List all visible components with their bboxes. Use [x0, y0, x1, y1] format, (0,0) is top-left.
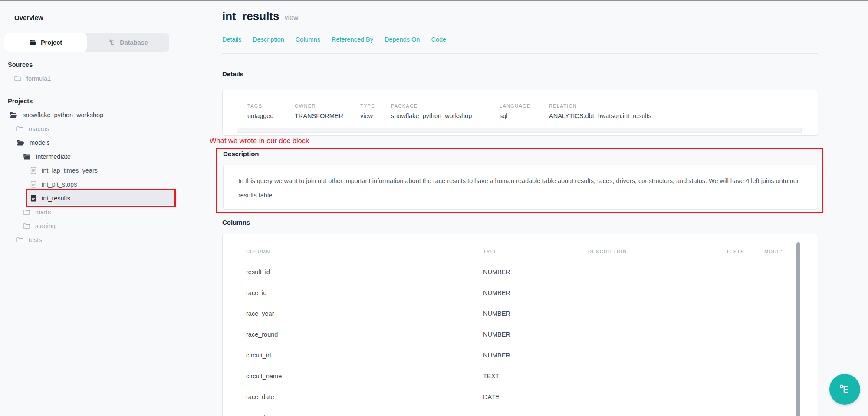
- toggle-database-label: Database: [120, 39, 148, 46]
- page-title: int_results: [222, 10, 279, 23]
- tab-details[interactable]: Details: [222, 36, 241, 43]
- columns-table: COLUMN TYPE DESCRIPTION TESTS MORE? resu…: [223, 234, 818, 416]
- folder-icon: [23, 209, 30, 215]
- field-type: TYPE view: [360, 103, 391, 119]
- column-header: COLUMN: [246, 249, 483, 254]
- field-label: TAGS: [247, 103, 295, 108]
- folder-icon: [14, 75, 21, 82]
- sources-heading: Sources: [8, 61, 33, 68]
- sidebar-item-int-results[interactable]: int_results: [0, 191, 182, 205]
- tree-item-label: int_results: [42, 195, 70, 202]
- sidebar: Overview Project Database Sources formul…: [0, 0, 191, 416]
- table-row[interactable]: circuit_name TEXT: [246, 366, 818, 387]
- type-cell: DATE: [483, 393, 588, 400]
- tree-item-label: intermediate: [36, 153, 71, 160]
- folder-icon: [23, 223, 30, 229]
- lineage-graph-button[interactable]: [829, 374, 860, 405]
- file-icon: [30, 181, 36, 188]
- field-label: OWNER: [295, 103, 360, 108]
- more-header: MORE?: [764, 249, 818, 254]
- tree-item-label: int_lap_times_years: [42, 167, 98, 174]
- tree-item-label: macros: [29, 125, 49, 132]
- tab-depends-on[interactable]: Depends On: [385, 36, 420, 43]
- folder-open-icon: [23, 154, 31, 160]
- tab-code[interactable]: Code: [431, 36, 446, 43]
- field-relation: RELATION ANALYTICS.dbt_hwatson.int_resul…: [549, 103, 818, 119]
- tab-bar-divider: [222, 53, 818, 54]
- folder-open-icon: [16, 140, 24, 146]
- table-row[interactable]: result_id NUMBER: [246, 262, 818, 282]
- field-label: RELATION: [549, 103, 818, 108]
- sidebar-item-staging[interactable]: staging: [0, 219, 182, 233]
- details-section-heading: Details: [222, 70, 243, 78]
- view-mode-toggle: Project Database: [4, 33, 169, 52]
- page-title-row: int_results view: [222, 10, 299, 23]
- field-label: TYPE: [360, 103, 391, 108]
- toggle-project[interactable]: Project: [4, 33, 87, 52]
- tab-referenced-by[interactable]: Referenced By: [332, 36, 373, 43]
- type-cell: NUMBER: [483, 352, 588, 359]
- type-cell: TEXT: [483, 373, 588, 380]
- table-row[interactable]: race_date DATE: [246, 387, 818, 407]
- field-label: PACKAGE: [391, 103, 500, 108]
- field-value: untagged: [247, 112, 295, 119]
- lineage-graph-icon: [839, 383, 851, 395]
- tab-columns[interactable]: Columns: [296, 36, 320, 43]
- field-owner: OWNER TRANSFORMER: [295, 103, 360, 119]
- description-body: In this query we want to join out other …: [224, 165, 817, 203]
- column-name-cell: result_id: [246, 269, 483, 275]
- field-label: LANGUAGE: [500, 103, 549, 108]
- column-name-cell: race_round: [246, 331, 483, 338]
- column-name-cell: circuit_id: [246, 352, 483, 359]
- tree-item-label: int_pit_stops: [42, 181, 77, 188]
- table-row[interactable]: race_id NUMBER: [246, 282, 818, 303]
- column-name-cell: race_year: [246, 310, 483, 317]
- sidebar-item-snowflake-python-workshop[interactable]: snowflake_python_workshop: [0, 108, 182, 122]
- table-scrollbar[interactable]: [796, 242, 800, 416]
- tests-header: TESTS: [726, 249, 764, 254]
- sidebar-item-tests[interactable]: tests: [0, 233, 182, 247]
- folder-open-icon: [29, 39, 36, 46]
- sidebar-item-int-lap-times-years[interactable]: int_lap_times_years: [0, 164, 182, 177]
- file-filled-icon: [30, 195, 36, 202]
- columns-card: COLUMN TYPE DESCRIPTION TESTS MORE? resu…: [222, 234, 818, 416]
- field-value: sql: [500, 112, 549, 119]
- sidebar-item-int-pit-stops[interactable]: int_pit_stops: [0, 177, 182, 191]
- description-section-heading: Description: [223, 150, 259, 157]
- folder-icon: [16, 237, 23, 243]
- column-name-cell: race_id: [246, 289, 483, 296]
- sidebar-item-formula1[interactable]: formula1: [0, 72, 174, 85]
- tree-item-label: snowflake_python_workshop: [23, 111, 103, 118]
- type-cell: NUMBER: [483, 310, 588, 317]
- projects-heading: Projects: [8, 98, 33, 105]
- annotation-text: What we wrote in our doc block: [210, 137, 309, 145]
- description-card: In this query we want to join out other …: [223, 165, 817, 210]
- field-tags: TAGS untagged: [247, 103, 295, 119]
- field-value: view: [360, 112, 391, 119]
- tree-item-label: tests: [29, 236, 42, 243]
- tab-description[interactable]: Description: [253, 36, 284, 43]
- tree-item-label: staging: [35, 223, 56, 229]
- field-value: TRANSFORMER: [295, 112, 360, 119]
- table-row[interactable]: race_year NUMBER: [246, 303, 818, 324]
- details-collapsed-strip[interactable]: [237, 128, 802, 133]
- table-header-row: COLUMN TYPE DESCRIPTION TESTS MORE?: [246, 243, 818, 260]
- field-package: PACKAGE snowflake_python_workshop: [391, 103, 500, 119]
- table-row[interactable]: circuit_id NUMBER: [246, 345, 818, 366]
- field-language: LANGUAGE sql: [500, 103, 549, 119]
- details-card: TAGS untagged OWNER TRANSFORMER TYPE vie…: [222, 90, 818, 136]
- sidebar-item-intermediate[interactable]: intermediate: [0, 150, 182, 164]
- toggle-database[interactable]: Database: [87, 33, 169, 52]
- column-name-cell: circuit_name: [246, 373, 483, 380]
- sidebar-item-marts[interactable]: marts: [0, 205, 182, 219]
- sidebar-item-models[interactable]: models: [0, 136, 182, 150]
- sidebar-item-macros[interactable]: macros: [0, 122, 182, 136]
- table-row[interactable]: race_time TIME: [246, 407, 818, 416]
- tree-item-label: marts: [35, 209, 51, 216]
- type-header: TYPE: [483, 249, 588, 254]
- project-tree: snowflake_python_workshop macros models …: [0, 108, 182, 247]
- tab-bar: Details Description Columns Referenced B…: [222, 36, 446, 43]
- table-row[interactable]: race_round NUMBER: [246, 324, 818, 345]
- type-cell: NUMBER: [483, 331, 588, 338]
- tree-item-label: models: [30, 139, 50, 146]
